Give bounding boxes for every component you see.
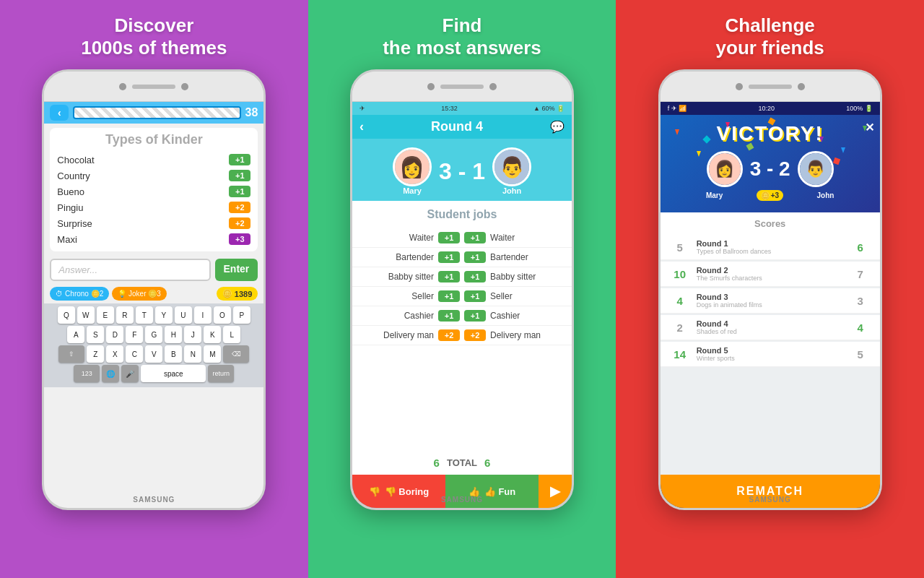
item-badge: +2 <box>229 217 250 229</box>
ans-right: Babby sitter <box>490 272 561 282</box>
enter-button[interactable]: Enter <box>215 259 258 281</box>
key-mic[interactable]: 🎤 <box>121 365 139 382</box>
key-u[interactable]: U <box>175 306 192 324</box>
p2-chat-icon[interactable]: 💬 <box>550 120 565 134</box>
panel-3-title: Challenge your friends <box>716 14 824 59</box>
badge-p1: +1 <box>438 232 460 243</box>
item-name: Pingiu <box>57 202 83 213</box>
key-backspace[interactable]: ⌫ <box>223 345 249 363</box>
key-m[interactable]: M <box>204 345 221 363</box>
p3-scores-section: Scores 5 Round 1 Types of Ballroom dance… <box>661 212 880 475</box>
key-globe[interactable]: 🌐 <box>102 365 119 382</box>
p3-player1-avatar: 👩 <box>707 151 743 187</box>
p3-victory-area: VICTORY! ✕ 👩 3 - 2 👨 <box>661 115 880 212</box>
item-name: Surprise <box>57 218 92 229</box>
score-right: 7 <box>850 268 871 280</box>
phone-2-camera-icon <box>427 83 435 90</box>
p2-category-title: Student jobs <box>352 201 572 228</box>
key-e[interactable]: E <box>97 306 114 324</box>
panel-2-title: Find the most answers <box>383 14 541 59</box>
keyboard-row-2: A S D F G H J K L <box>45 326 262 343</box>
item-name: Maxi <box>57 234 77 245</box>
round-theme: Winter sports <box>697 355 844 362</box>
key-q[interactable]: Q <box>58 306 75 324</box>
p2-players-area: 👩 Mary 3 - 1 👨 John <box>352 139 572 201</box>
key-p[interactable]: P <box>233 306 250 324</box>
key-n[interactable]: N <box>184 345 201 363</box>
ans-right: Delivery man <box>490 330 561 340</box>
table-row: Cashier +1 +1 Cashier <box>352 306 572 326</box>
next-button[interactable]: ▶ <box>539 475 572 508</box>
item-badge: +1 <box>229 186 250 197</box>
key-c[interactable]: C <box>126 345 143 363</box>
badge-p1: +1 <box>438 251 460 263</box>
p3-player-names-row: Mary 🪙 +3 John <box>668 190 873 205</box>
round-theme: Dogs in animated films <box>697 301 844 309</box>
p3-coins-badge: 🪙 +3 <box>757 190 783 201</box>
key-l[interactable]: L <box>223 326 240 343</box>
badge-p1: +1 <box>438 310 460 322</box>
p2-totals-row: 6 TOTAL 6 <box>352 451 572 475</box>
key-d[interactable]: D <box>106 326 123 343</box>
p2-status-right: ▲ 60% 🔋 <box>533 105 565 112</box>
phone-3: SAMSUNG f ✈ 📶 10:20 100% 🔋 <box>658 69 882 510</box>
table-row: Delivery man +2 +2 Delivery man <box>352 326 572 345</box>
ans-left: Delivery man <box>363 330 434 340</box>
badge-p1: +1 <box>438 290 460 302</box>
key-w[interactable]: W <box>77 306 95 324</box>
close-button[interactable]: ✕ <box>865 121 874 134</box>
panel-1-title: Discover 1000s of themes <box>81 14 227 59</box>
key-o[interactable]: O <box>214 306 231 324</box>
p3-game-screen: f ✈ 📶 10:20 100% 🔋 <box>661 102 880 508</box>
ans-left: Bartender <box>363 252 434 262</box>
p2-header: ‹ Round 4 💬 <box>352 115 572 139</box>
phone-2-speaker <box>440 85 484 89</box>
key-return[interactable]: return <box>208 365 234 382</box>
answer-input[interactable]: Answer... <box>50 259 210 281</box>
keyboard-row-3: ⇧ Z X C V B N M ⌫ <box>45 345 262 363</box>
p3-player2-name: John <box>817 191 834 199</box>
p1-back-button[interactable]: ‹ <box>50 105 69 121</box>
boring-button[interactable]: 👎 👎 Boring <box>352 475 445 508</box>
key-123[interactable]: 123 <box>74 365 100 382</box>
key-b[interactable]: B <box>165 345 182 363</box>
key-h[interactable]: H <box>165 326 182 343</box>
table-row: 2 Round 4 Shades of red 4 <box>661 315 880 340</box>
p1-progress-bar <box>73 106 240 119</box>
key-r[interactable]: R <box>116 306 134 324</box>
key-space[interactable]: space <box>141 365 206 382</box>
p2-answers-list: Waiter +1 +1 Waiter Bartender +1 +1 Bart… <box>352 228 572 451</box>
panel-find-answers: Find the most answers SAMSUNG ✈ 15:32 ▲ … <box>308 0 616 578</box>
item-name: Chocolat <box>57 155 94 165</box>
table-row: Babby sitter +1 +1 Babby sitter <box>352 267 572 287</box>
key-j[interactable]: J <box>184 326 201 343</box>
phone-2-top: SAMSUNG <box>352 72 572 102</box>
p2-status-left: ✈ <box>359 105 365 112</box>
key-g[interactable]: G <box>145 326 162 343</box>
badge-p1: +2 <box>438 329 460 341</box>
score-info: Round 5 Winter sports <box>697 346 844 362</box>
chrono-powerup[interactable]: ⏱ Chrono 🪙2 <box>50 287 109 301</box>
table-row: 4 Round 3 Dogs in animated films 3 <box>661 288 880 314</box>
score-right: 3 <box>850 295 871 307</box>
p3-player1-col: 👩 <box>707 151 743 187</box>
key-f[interactable]: F <box>126 326 143 343</box>
key-x[interactable]: X <box>106 345 123 363</box>
key-a[interactable]: A <box>67 326 84 343</box>
key-v[interactable]: V <box>145 345 162 363</box>
key-s[interactable]: S <box>87 326 104 343</box>
key-i[interactable]: I <box>194 306 212 324</box>
score-info: Round 4 Shades of red <box>697 319 844 335</box>
phone-3-camera-2-icon <box>798 83 805 90</box>
key-shift[interactable]: ⇧ <box>58 345 84 363</box>
coins-display: 🪙 1389 <box>217 287 258 301</box>
key-k[interactable]: K <box>204 326 221 343</box>
key-y[interactable]: Y <box>155 306 173 324</box>
phone-2-screen: ✈ 15:32 ▲ 60% 🔋 ‹ Round 4 💬 👩 <box>352 102 572 508</box>
round-name: Round 3 <box>697 293 844 301</box>
key-z[interactable]: Z <box>87 345 104 363</box>
key-t[interactable]: T <box>136 306 153 324</box>
p2-total-left: 6 <box>434 457 440 469</box>
list-item: Bueno +1 <box>57 184 250 199</box>
joker-powerup[interactable]: 💡 Joker 🪙3 <box>112 287 167 301</box>
